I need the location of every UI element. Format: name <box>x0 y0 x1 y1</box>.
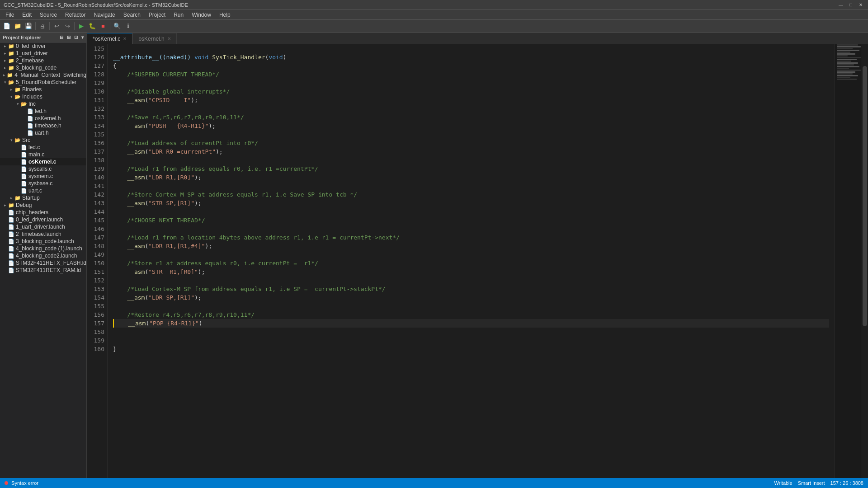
code-line-144[interactable] <box>113 207 829 216</box>
tab-close-oskernel-h[interactable]: ✕ <box>167 36 171 41</box>
sidebar-item-0_led_driver[interactable]: ▸📁0_led_driver <box>0 42 86 50</box>
sidebar-item-led_c[interactable]: 📄led.c <box>0 144 86 151</box>
menu-item-file[interactable]: File <box>2 11 18 19</box>
sidebar-item-launch1[interactable]: 📄0_led_driver.launch <box>0 216 86 223</box>
tab-oskernel-h[interactable]: osKernel.h ✕ <box>132 33 176 44</box>
sidebar-item-flash1[interactable]: 📄STM32F411RETX_FLASH.ld <box>0 259 86 267</box>
code-content[interactable]: __attribute__((naked)) void SysTick_Hand… <box>108 44 835 478</box>
code-line-156[interactable]: /*Restore r4,r5,r6,r7,r8,r9,r10,11*/ <box>113 310 829 319</box>
print-button[interactable]: 🖨 <box>38 21 47 31</box>
info-button[interactable]: ℹ <box>123 21 133 31</box>
code-line-152[interactable] <box>113 276 829 285</box>
sidebar-item-5_roundrobin[interactable]: ▾📂5_RoundRobinScheduler <box>0 79 86 86</box>
sidebar-item-includes[interactable]: ▾📂Includes <box>0 93 86 100</box>
sidebar-item-main_c[interactable]: 📄main.c <box>0 151 86 158</box>
code-line-133[interactable]: /*Save r4,r5,r6,r7,r8,r9,r10,11*/ <box>113 113 829 122</box>
menu-item-refactor[interactable]: Refactor <box>61 11 89 19</box>
sidebar-item-launch3[interactable]: 📄2_timebase.launch <box>0 230 86 238</box>
tab-close-oskernel-c[interactable]: ✕ <box>123 36 127 41</box>
sidebar-item-launch2[interactable]: 📄1_uart_driver.launch <box>0 223 86 230</box>
sidebar-item-src[interactable]: ▾📂Src <box>0 136 86 144</box>
sidebar-item-syscalls_c[interactable]: 📄syscalls.c <box>0 165 86 173</box>
code-line-128[interactable]: /*SUSPEND CURRENT THREAD*/ <box>113 70 829 79</box>
tab-oskernel-c[interactable]: *osKernel.c ✕ <box>87 33 132 44</box>
code-line-150[interactable]: /*Store r1 at address equals r0, i.e cur… <box>113 259 829 267</box>
sidebar-item-oskernel_c[interactable]: 📄osKernel.c <box>0 158 86 165</box>
code-line-132[interactable] <box>113 104 829 113</box>
sidebar-item-ram1[interactable]: 📄STM32F411RETX_RAM.ld <box>0 267 86 274</box>
sidebar-menu-btn[interactable]: ⊞ <box>67 35 71 40</box>
code-line-160[interactable]: } <box>113 345 829 353</box>
code-line-157[interactable]: __asm("POP {R4-R11}") <box>113 319 829 328</box>
code-line-139[interactable]: /*Load r1 from address equals r0, i.e. r… <box>113 164 829 173</box>
new-file-button[interactable]: 📄 <box>2 21 12 31</box>
sidebar-item-uart_h[interactable]: 📄uart.h <box>0 129 86 136</box>
sidebar-item-binaries[interactable]: ▸📁Binaries <box>0 86 86 93</box>
menu-item-help[interactable]: Help <box>216 11 234 19</box>
sidebar-item-4_manual_context[interactable]: ▸📁4_Manual_Context_Switching <box>0 71 86 79</box>
code-line-130[interactable]: /*Disable global interrupts*/ <box>113 87 829 96</box>
code-line-135[interactable] <box>113 130 829 139</box>
sidebar-item-led_h[interactable]: 📄led.h <box>0 108 86 115</box>
save-button[interactable]: 💾 <box>24 21 33 31</box>
sidebar-item-launch6[interactable]: 📄4_blocking_code2.launch <box>0 252 86 259</box>
run-button[interactable]: ▶ <box>76 21 86 31</box>
sidebar-item-sysmem_c[interactable]: 📄sysmem.c <box>0 173 86 180</box>
maximize-button[interactable]: □ <box>847 1 854 9</box>
code-line-127[interactable]: { <box>113 61 829 70</box>
sidebar-item-sysbase_c[interactable]: 📄sysbase.c <box>0 180 86 187</box>
code-line-138[interactable] <box>113 156 829 164</box>
debug-button[interactable]: 🐛 <box>87 21 97 31</box>
sidebar-item-1_uart_driver[interactable]: ▸📁1_uart_driver <box>0 50 86 57</box>
sidebar-item-3_blocking_code[interactable]: ▸📁3_blocking_code <box>0 64 86 71</box>
menu-item-window[interactable]: Window <box>188 11 215 19</box>
menu-item-run[interactable]: Run <box>170 11 187 19</box>
search-button[interactable]: 🔍 <box>112 21 122 31</box>
menu-item-edit[interactable]: Edit <box>19 11 35 19</box>
vertical-scrollbar[interactable] <box>862 44 868 478</box>
code-line-145[interactable]: /*CHOOSE NEXT THREAD*/ <box>113 216 829 225</box>
code-line-159[interactable] <box>113 336 829 345</box>
code-line-137[interactable]: __asm("LDR R0 =currentPt"); <box>113 147 829 156</box>
code-line-129[interactable] <box>113 79 829 87</box>
sidebar-item-launch4[interactable]: 📄3_blocking_code.launch <box>0 238 86 245</box>
menu-item-search[interactable]: Search <box>120 11 144 19</box>
code-line-155[interactable] <box>113 302 829 310</box>
code-line-126[interactable]: __attribute__((naked)) void SysTick_Hand… <box>113 53 829 61</box>
code-line-136[interactable]: /*Load address of currentPt into r0*/ <box>113 139 829 147</box>
sidebar-filter-btn[interactable]: ⊡ <box>74 35 78 40</box>
redo-button[interactable]: ↪ <box>62 21 72 31</box>
sidebar-item-2_timebase[interactable]: ▸📁2_timebase <box>0 57 86 64</box>
code-line-149[interactable] <box>113 250 829 259</box>
close-button[interactable]: ✕ <box>857 1 864 9</box>
code-line-143[interactable]: __asm("STR SP,[R1]"); <box>113 199 829 207</box>
code-line-125[interactable] <box>113 44 829 53</box>
sidebar-item-uart_c[interactable]: 📄uart.c <box>0 187 86 194</box>
menu-item-navigate[interactable]: Navigate <box>90 11 118 19</box>
code-line-141[interactable] <box>113 182 829 190</box>
code-line-142[interactable]: /*Store Cortex-M SP at address equals r1… <box>113 190 829 199</box>
minimize-button[interactable]: — <box>837 1 844 9</box>
sidebar-item-timebase_h[interactable]: 📄timebase.h <box>0 122 86 129</box>
sidebar-item-startup[interactable]: ▸📁Startup <box>0 194 86 202</box>
code-line-147[interactable]: /*Load r1 from a location 4bytes above a… <box>113 233 829 242</box>
code-line-140[interactable]: __asm("LDR R1,[R0]"); <box>113 173 829 182</box>
code-line-146[interactable] <box>113 225 829 233</box>
code-line-154[interactable]: __asm("LDR SP,[R1]"); <box>113 293 829 302</box>
menu-item-project[interactable]: Project <box>145 11 169 19</box>
code-line-148[interactable]: __asm("LDR R1,[R1,#4]"); <box>113 242 829 250</box>
code-line-134[interactable]: __asm("PUSH {R4-R11}"); <box>113 122 829 130</box>
code-line-153[interactable]: /*Load Cortex-M SP from address equals r… <box>113 285 829 293</box>
sidebar-options-btn[interactable]: ▾ <box>81 35 84 40</box>
menu-item-source[interactable]: Source <box>36 11 61 19</box>
scrollbar-thumb[interactable] <box>863 66 867 326</box>
code-line-151[interactable]: __asm("STR R1,[R0]"); <box>113 267 829 276</box>
code-line-131[interactable]: __asm("CPSID I"); <box>113 96 829 104</box>
sidebar-item-debug[interactable]: ▸📁Debug <box>0 202 86 209</box>
sidebar-item-launch5[interactable]: 📄4_blocking_code (1).launch <box>0 245 86 252</box>
code-line-158[interactable] <box>113 328 829 336</box>
sidebar-item-oskernel_h[interactable]: 📄osKernel.h <box>0 115 86 122</box>
editor-body[interactable]: 1251261271281291301311321331341351361371… <box>87 44 868 478</box>
stop-button[interactable]: ■ <box>98 21 108 31</box>
open-button[interactable]: 📁 <box>13 21 23 31</box>
